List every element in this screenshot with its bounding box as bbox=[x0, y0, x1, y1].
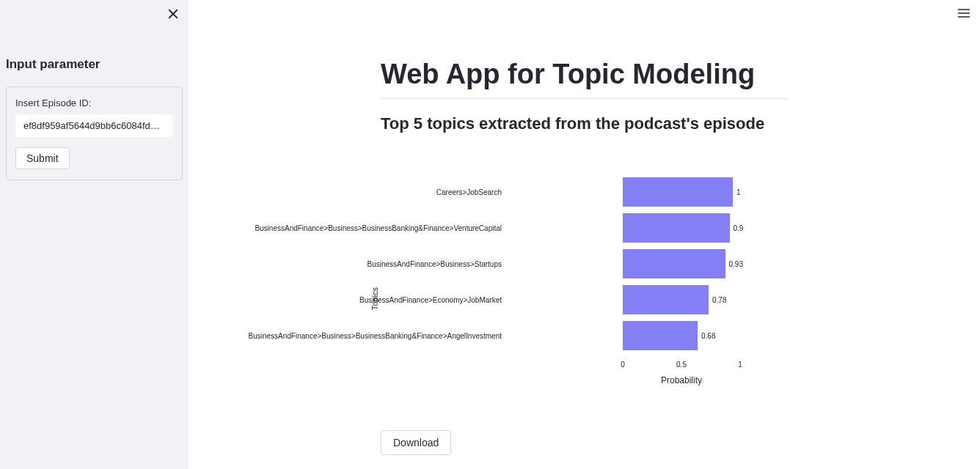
chart-bar-label: BusinessAndFinance>Business>BusinessBank… bbox=[255, 224, 502, 232]
chart-xtick: 0 bbox=[621, 361, 625, 369]
subtitle: Top 5 topics extracted from the podcast'… bbox=[381, 114, 916, 133]
chart-xtick: 1 bbox=[738, 361, 742, 369]
chart-bar-value: 1 bbox=[736, 188, 741, 196]
divider bbox=[381, 97, 788, 100]
chart-xaxis-title: Probability bbox=[661, 375, 702, 385]
chart-bar bbox=[623, 213, 730, 243]
input-form: Insert Episode ID: Submit bbox=[6, 86, 183, 180]
page-title: Web App for Topic Modeling bbox=[381, 59, 916, 90]
chart-bar-label: BusinessAndFinance>Economy>JobMarket bbox=[359, 296, 502, 304]
main-area: Web App for Topic Modeling Top 5 topics … bbox=[189, 0, 980, 469]
chart-bar-value: 0.78 bbox=[712, 296, 726, 304]
chart-bar-label: BusinessAndFinance>Business>Startups bbox=[368, 260, 502, 268]
submit-button[interactable]: Submit bbox=[15, 147, 70, 169]
download-button[interactable]: Download bbox=[381, 430, 451, 455]
chart-bar bbox=[623, 321, 698, 350]
sidebar: Input parameter Insert Episode ID: Submi… bbox=[0, 0, 189, 469]
chart-xtick: 0.5 bbox=[676, 361, 687, 369]
chart-bar bbox=[623, 285, 709, 314]
topics-bar-chart: Topics Careers>JobSearch1BusinessAndFina… bbox=[381, 177, 740, 397]
close-icon[interactable] bbox=[167, 7, 180, 21]
chart-xaxis: 0 0.5 1 Probability bbox=[623, 359, 740, 388]
chart-bar bbox=[623, 249, 725, 278]
sidebar-heading: Input parameter bbox=[6, 57, 183, 72]
chart-bar-label: Careers>JobSearch bbox=[436, 188, 502, 196]
hamburger-menu-icon[interactable] bbox=[957, 6, 971, 21]
chart-bar-value: 0.68 bbox=[701, 332, 715, 340]
episode-id-input[interactable] bbox=[15, 114, 173, 137]
chart-bar bbox=[623, 177, 733, 207]
chart-bar-value: 0.9 bbox=[734, 224, 744, 232]
chart-bar-label: BusinessAndFinance>Business>BusinessBank… bbox=[249, 332, 502, 340]
chart-bar-value: 0.93 bbox=[729, 260, 743, 268]
episode-id-label: Insert Episode ID: bbox=[15, 97, 173, 108]
